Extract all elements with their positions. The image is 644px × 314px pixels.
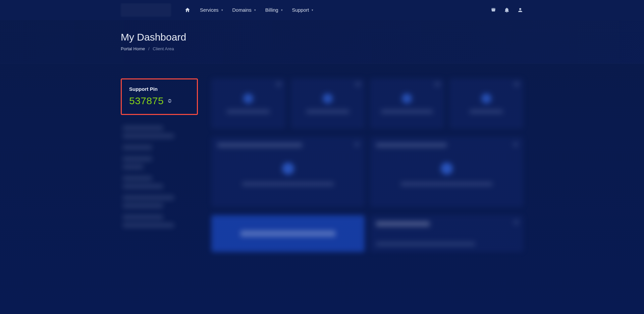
main-blurred-section: [211, 78, 523, 252]
sidebar: Support Pin 537875: [121, 78, 198, 231]
support-pin-title: Support Pin: [129, 86, 190, 92]
home-icon[interactable]: [184, 7, 191, 13]
logo[interactable]: [121, 3, 171, 17]
sidebar-blurred-section: [121, 122, 198, 231]
support-pin-value: 537875: [129, 95, 164, 107]
support-pin-card: Support Pin 537875: [121, 78, 198, 115]
main-nav: Services ▾ Domains ▾ Billing ▾ Support ▾: [184, 7, 313, 13]
nav-domains-label: Domains: [232, 7, 252, 13]
nav-domains[interactable]: Domains ▾: [232, 7, 256, 13]
nav-services-label: Services: [200, 7, 219, 13]
content: Support Pin 537875: [114, 64, 530, 272]
breadcrumb: Portal Home / Client Area: [121, 46, 523, 51]
nav-billing-label: Billing: [265, 7, 278, 13]
page-title: My Dashboard: [121, 32, 523, 43]
nav-billing[interactable]: Billing ▾: [265, 7, 283, 13]
bell-icon[interactable]: [504, 7, 510, 13]
breadcrumb-current: Client Area: [153, 46, 174, 51]
topbar-right: [490, 7, 523, 13]
cart-icon[interactable]: [490, 7, 496, 13]
chevron-down-icon: ▾: [281, 8, 283, 12]
topbar: Services ▾ Domains ▾ Billing ▾ Support ▾: [0, 0, 644, 20]
breadcrumb-home[interactable]: Portal Home: [121, 46, 145, 51]
user-icon[interactable]: [517, 7, 523, 13]
chevron-down-icon: ▾: [254, 8, 256, 12]
chevron-down-icon: ▾: [221, 8, 223, 12]
nav-support[interactable]: Support ▾: [292, 7, 314, 13]
refresh-icon[interactable]: [167, 98, 172, 104]
nav-services[interactable]: Services ▾: [200, 7, 223, 13]
breadcrumb-separator: /: [148, 46, 150, 51]
page-header: My Dashboard Portal Home / Client Area: [0, 20, 644, 64]
nav-support-label: Support: [292, 7, 309, 13]
chevron-down-icon: ▾: [312, 8, 313, 12]
